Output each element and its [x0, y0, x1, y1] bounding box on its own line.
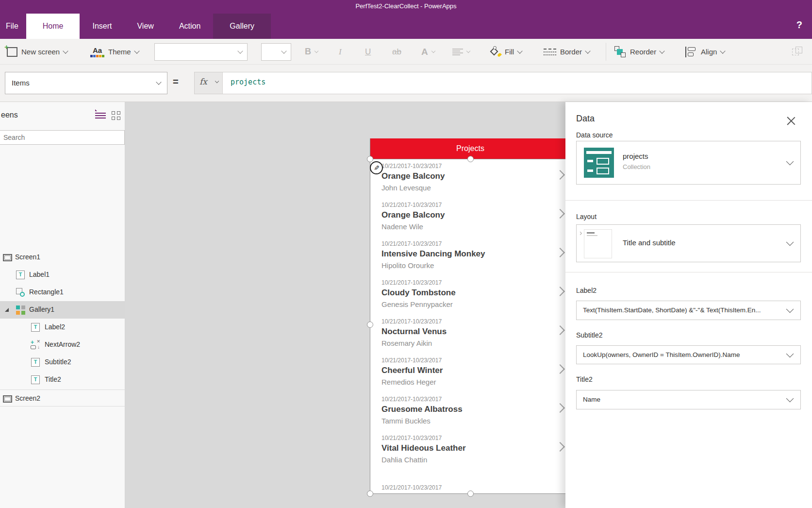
- item-subtitle: Remedios Heger: [381, 376, 571, 388]
- help-icon[interactable]: ?: [796, 19, 802, 31]
- item-subtitle: Rosemary Aikin: [381, 338, 571, 349]
- menu-insert[interactable]: Insert: [80, 14, 124, 39]
- chevron-down-icon: [786, 158, 794, 166]
- divider: [565, 272, 812, 272]
- label2-formula-value: Text(ThisItem.StartDate, ShortDate) &"-"…: [577, 301, 800, 320]
- layout-label: Layout: [576, 213, 597, 220]
- label-icon: T: [16, 271, 25, 279]
- text-align-icon: [452, 49, 463, 55]
- font-family-dropdown[interactable]: [154, 43, 248, 61]
- property-dropdown-value: Items: [12, 79, 30, 87]
- reorder-icon: [614, 46, 626, 58]
- font-color-button: A: [421, 39, 435, 65]
- data-source-dropdown[interactable]: projects Collection: [576, 141, 801, 185]
- align-label: Align: [701, 48, 717, 56]
- item-title: Vital Hideous Leather: [381, 442, 571, 454]
- gallery-icon: [16, 305, 25, 315]
- tree-item-screen1[interactable]: Screen1: [0, 249, 125, 266]
- property-dropdown[interactable]: Items: [5, 72, 167, 94]
- layout-preview-icon: [584, 229, 612, 258]
- gallery-item[interactable]: 10/21/2017-10/23/2017 Orange Balcony Nad…: [370, 198, 571, 237]
- theme-button[interactable]: Aa Theme: [90, 39, 139, 65]
- formula-input[interactable]: projects: [231, 78, 807, 86]
- screen-icon: [3, 254, 12, 261]
- subtitle2-formula-dropdown[interactable]: LookUp(owners, OwnerID = ThisItem.OwnerI…: [576, 345, 801, 364]
- gallery-item[interactable]: 10/21/2017-10/23/2017 Orange Balcony Joh…: [370, 159, 571, 198]
- resize-handle[interactable]: [467, 156, 474, 162]
- expand-collapse-icon[interactable]: [5, 308, 9, 312]
- chevron-down-icon: [281, 48, 286, 53]
- tree-item-title2[interactable]: T Title2: [0, 371, 125, 389]
- grid-view-icon[interactable]: [112, 111, 120, 120]
- close-icon[interactable]: [787, 117, 795, 125]
- item-subtitle: Dahlia Chattin: [381, 454, 571, 465]
- tree-item-screen2[interactable]: Screen2: [0, 389, 125, 406]
- tree-item-label2[interactable]: T Label2: [0, 319, 125, 336]
- label2-formula-dropdown[interactable]: Text(ThisItem.StartDate, ShortDate) &"-"…: [576, 301, 801, 320]
- gallery-item[interactable]: 10/21/2017-10/23/2017 Cloudy Tombstone G…: [370, 275, 571, 314]
- tree-item-gallery1[interactable]: Gallery1: [0, 301, 125, 319]
- gallery-item[interactable]: 10/21/2017-10/23/2017 Vital Hideous Leat…: [370, 431, 571, 470]
- item-subtitle: John Levesque: [381, 182, 571, 193]
- gallery-item[interactable]: 10/21/2017-10/23/2017 Nocturnal Venus Ro…: [370, 314, 571, 353]
- screen-icon: [3, 395, 12, 403]
- new-screen-button[interactable]: + New screen: [7, 39, 67, 65]
- reorder-button[interactable]: Reorder: [614, 39, 664, 65]
- tree-item-label: Subtitle2: [45, 358, 71, 366]
- tree-item-rectangle1[interactable]: Rectangle1: [0, 284, 125, 301]
- resize-handle[interactable]: [467, 491, 474, 497]
- list-view-icon[interactable]: [95, 112, 106, 119]
- resize-handle[interactable]: [367, 322, 373, 328]
- menu-view[interactable]: View: [124, 14, 166, 39]
- menu-gallery[interactable]: Gallery: [213, 14, 271, 39]
- selection-border-left: [370, 138, 370, 494]
- italic-button: I: [339, 39, 342, 65]
- fx-button[interactable]: fx: [195, 72, 223, 94]
- item-date: 10/21/2017-10/23/2017: [381, 318, 571, 325]
- chevron-down-icon: [786, 238, 794, 246]
- resize-handle[interactable]: [367, 491, 373, 497]
- align-button[interactable]: Align: [685, 39, 725, 65]
- app-title: PerfTest2-ClearCollect - PowerApps: [0, 2, 812, 10]
- menu-action[interactable]: Action: [166, 14, 213, 39]
- label-icon: T: [31, 323, 40, 332]
- search-input[interactable]: [0, 130, 125, 145]
- screens-panel-title: eens: [1, 111, 18, 119]
- item-title: Cloudy Tombstone: [381, 287, 571, 299]
- border-button[interactable]: Border: [544, 39, 590, 65]
- underline-button: U: [365, 39, 371, 65]
- theme-label: Theme: [108, 48, 131, 56]
- new-screen-label: New screen: [21, 48, 60, 56]
- item-date: 10/21/2017-10/23/2017: [381, 202, 571, 209]
- tree-item-subtitle2[interactable]: T Subtitle2: [0, 354, 125, 371]
- gallery-item[interactable]: 10/21/2017-10/23/2017 Cheerful Winter Re…: [370, 353, 571, 392]
- fill-button[interactable]: Fill: [489, 39, 522, 65]
- strikethrough-button: ab: [392, 39, 401, 65]
- border-icon: [544, 49, 556, 55]
- data-source-name: projects: [623, 152, 648, 160]
- tree-item-nextarrow2[interactable]: +✕↓ NextArrow2: [0, 336, 125, 354]
- tree-item-label: Gallery1: [29, 305, 54, 313]
- gallery-item[interactable]: 10/21/2017-10/23/2017 Gruesome Albatross…: [370, 392, 571, 431]
- chevron-down-icon: [134, 48, 139, 53]
- layout-dropdown[interactable]: Title and subtitle: [576, 224, 801, 262]
- font-size-dropdown[interactable]: [261, 43, 291, 61]
- gallery-item[interactable]: 10/21/2017-10/23/2017 Intensive Dancing …: [370, 237, 571, 275]
- tree-item-label1[interactable]: T Label1: [0, 266, 125, 284]
- title2-formula-dropdown[interactable]: Name: [576, 390, 801, 409]
- font-color-icon: A: [421, 47, 428, 57]
- gallery-body[interactable]: 10/21/2017-10/23/2017 Orange Balcony Joh…: [370, 159, 571, 494]
- item-title: Intensive Dancing Monkey: [381, 248, 571, 260]
- rectangle-icon: [16, 288, 25, 297]
- resize-handle[interactable]: [367, 156, 373, 162]
- menu-home[interactable]: Home: [26, 14, 80, 39]
- item-subtitle: Hipolito Orourke: [381, 260, 571, 271]
- menu-file[interactable]: File: [0, 14, 26, 39]
- item-date: 10/21/2017-10/23/2017: [381, 279, 571, 287]
- bold-icon: B: [305, 47, 311, 57]
- edit-pencil-icon[interactable]: ✎: [370, 161, 383, 174]
- fill-label: Fill: [505, 48, 514, 56]
- formula-field: fx projects: [194, 72, 812, 94]
- gallery-preview[interactable]: Projects 10/21/2017-10/23/2017 Orange Ba…: [370, 138, 571, 494]
- chevron-down-icon: [156, 79, 161, 85]
